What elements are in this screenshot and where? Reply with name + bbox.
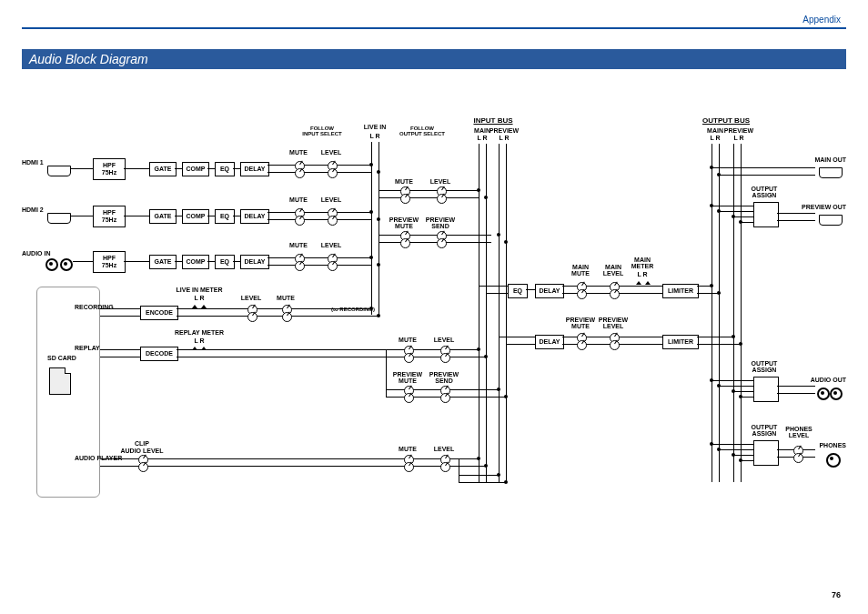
- hdmi1-port-icon: [47, 166, 71, 176]
- main-limiter: LIMITER: [662, 284, 699, 298]
- main-meter-lbl: MAIN METER: [631, 257, 654, 269]
- hdmi2-port-icon: [47, 213, 71, 224]
- mute-knob-1b: [295, 168, 305, 178]
- pvsend-1b: [437, 238, 447, 248]
- delay-box-3: DELAY: [240, 255, 269, 269]
- audiolevel-label: AUDIO LEVEL: [120, 448, 163, 454]
- inputbus-main: MAIN: [474, 127, 490, 134]
- audioin-jack-r-icon: [60, 258, 73, 271]
- previewout-port-icon: [819, 215, 843, 226]
- sdcard-icon: [49, 367, 71, 395]
- output-assign-1: OUTPUT ASSIGN: [752, 186, 778, 198]
- replaymeter-lr: L R: [194, 337, 204, 344]
- main-mute-lbl: MAIN MUTE: [571, 264, 590, 277]
- inputbus-preview: PREVIEW: [490, 127, 519, 134]
- replay-label: REPLAY: [75, 345, 100, 351]
- livein-lr: L R: [369, 133, 379, 139]
- liveinmeter-lr: L R: [194, 295, 204, 301]
- gate-box-2: GATE: [149, 209, 177, 224]
- enc-level: LEVEL: [241, 295, 262, 301]
- comp-box-2: COMP: [182, 209, 209, 224]
- level-lbl-2: LEVEL: [321, 196, 342, 203]
- sdcard-label: SD CARD: [47, 355, 76, 361]
- mainout-port-icon: [819, 167, 843, 178]
- hpf-box-1: HPF 75Hz: [93, 158, 126, 180]
- appendix-label: Appendix: [802, 15, 841, 25]
- outputbus-preview-lr: L R: [733, 135, 743, 141]
- main-delay: DELAY: [535, 284, 564, 298]
- hdmi1-label: HDMI 1: [22, 159, 44, 166]
- delay-box-1: DELAY: [240, 162, 269, 176]
- phones-jack: [826, 453, 841, 468]
- level-lbl-1: LEVEL: [321, 149, 342, 156]
- inputbus-main-lr: L R: [477, 135, 487, 141]
- preview-mute-1: PREVIEW MUTE: [389, 216, 419, 229]
- level-lbl-3: LEVEL: [321, 242, 342, 248]
- outputbus-preview: PREVIEW: [724, 127, 753, 134]
- livein-label: LIVE IN: [364, 124, 387, 130]
- outputbus-main-lr: L R: [710, 135, 720, 141]
- assign-matrix-1: [753, 202, 779, 227]
- output-bus-title: OUTPUT BUS: [702, 116, 750, 125]
- preview-send-2: PREVIEW SEND: [429, 371, 459, 384]
- enc-mute: MUTE: [277, 295, 295, 301]
- to-recording: (to RECORDING): [331, 307, 375, 312]
- audioin-jack-l-icon: [45, 258, 58, 271]
- mute-mid: MUTE: [395, 178, 413, 185]
- phones-label: PHONES: [819, 442, 846, 448]
- livein-r-bus: [378, 142, 379, 315]
- preview-send-1: PREVIEW SEND: [426, 216, 455, 229]
- diagram-page: Appendix Audio Block Diagram 76 HDMI 1 H…: [0, 0, 868, 614]
- clip-label: CLIP: [135, 440, 149, 447]
- inputbus-preview-lr: L R: [499, 135, 509, 141]
- input-bus-title: INPUT BUS: [473, 116, 512, 125]
- audioout-jack-l: [817, 388, 830, 400]
- eq-box-1: EQ: [215, 162, 235, 176]
- mute-lbl-1: MUTE: [289, 149, 308, 156]
- level-knob-2b: [328, 216, 338, 226]
- output-assign-2: OUTPUT ASSIGN: [752, 360, 778, 373]
- follow-output-select: FOLLOW OUTPUT SELECT: [399, 126, 445, 136]
- phones-level-lbl: PHONES LEVEL: [785, 426, 812, 438]
- hdmi2-label: HDMI 2: [22, 206, 44, 213]
- level-knob-3b: [328, 261, 338, 271]
- preview-level-lbl: PREVIEW LEVEL: [599, 317, 628, 329]
- ap-mute: MUTE: [399, 446, 417, 452]
- decode-box: DECODE: [140, 347, 178, 361]
- level-knob-1b: [328, 168, 338, 178]
- mute-lbl-3: MUTE: [289, 242, 308, 248]
- eq-box-3: EQ: [215, 255, 235, 269]
- gate-box-3: GATE: [149, 255, 177, 269]
- audioout-jack-r: [830, 388, 843, 400]
- hpf-box-2: HPF 75Hz: [93, 206, 126, 227]
- pvmute-1b: [400, 238, 410, 248]
- main-level-lbl: MAIN LEVEL: [603, 264, 624, 277]
- comp-box-3: COMP: [182, 255, 209, 269]
- assign-matrix-2: [753, 377, 779, 402]
- gate-box-1: GATE: [149, 162, 177, 176]
- ap-level: LEVEL: [434, 446, 455, 452]
- dec-level: LEVEL: [434, 337, 455, 343]
- outputbus-main: MAIN: [707, 127, 723, 134]
- delay-box-2: DELAY: [240, 209, 269, 224]
- preview-mute-lbl: PREVIEW MUTE: [566, 317, 595, 329]
- level-mid: LEVEL: [430, 178, 451, 185]
- mute-lbl-2: MUTE: [289, 196, 308, 203]
- level-mid-b: [437, 194, 447, 204]
- assign-matrix-3: [753, 440, 779, 466]
- liveinmeter: LIVE IN METER: [177, 287, 223, 293]
- previewout-label: PREVIEW OUT: [802, 204, 846, 210]
- dec-mute: MUTE: [399, 337, 417, 343]
- comp-box-1: COMP: [182, 162, 209, 176]
- eq-box-2: EQ: [215, 209, 235, 224]
- mainout-label: MAIN OUT: [814, 156, 846, 163]
- preview-mute-2: PREVIEW MUTE: [393, 371, 422, 384]
- mute-knob-3b: [295, 261, 305, 271]
- header-rule: [22, 27, 846, 29]
- follow-input-select: FOLLOW INPUT SELECT: [302, 126, 341, 136]
- main-meter-lr: L R: [637, 271, 647, 277]
- preview-limiter: LIMITER: [662, 335, 699, 349]
- diagram-canvas: HDMI 1 HDMI 2 AUDIO IN SD CARD RECORDING…: [22, 82, 846, 581]
- main-eq: EQ: [508, 284, 528, 298]
- livein-l-bus: [371, 142, 372, 315]
